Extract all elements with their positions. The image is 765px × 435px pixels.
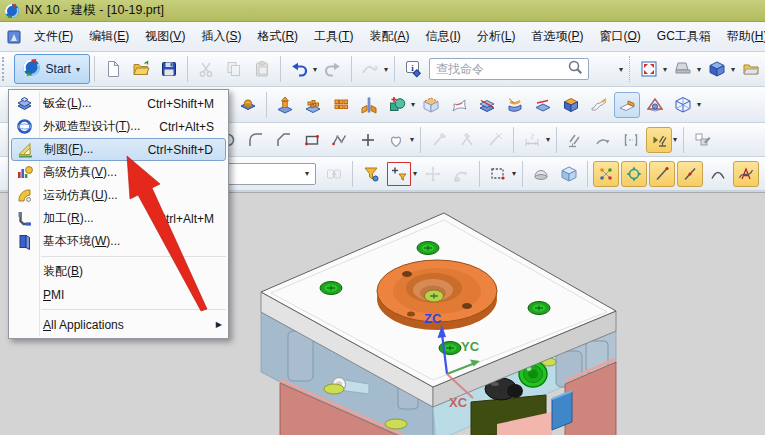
chevron-down-icon[interactable]: ▾ <box>410 135 414 144</box>
start-menu-shape-studio[interactable]: 外观造型设计(T)...Ctrl+Alt+S <box>9 115 228 138</box>
studio-spline-button[interactable] <box>383 127 409 153</box>
quick-trim-button[interactable] <box>426 127 452 153</box>
command-finder-button[interactable]: i <box>400 56 426 82</box>
edge-blend-button[interactable] <box>558 92 584 118</box>
render-style-button[interactable] <box>556 161 582 187</box>
menu-help[interactable]: 帮助(H) <box>719 25 765 48</box>
touch-gesture-button[interactable] <box>357 56 383 82</box>
fillet-button[interactable] <box>243 127 269 153</box>
menu-assemblies[interactable]: 装配(A) <box>361 25 417 48</box>
rapid-dimension-button[interactable] <box>519 127 545 153</box>
menu-preferences[interactable]: 首选项(P) <box>523 25 591 48</box>
start-menu-drafting[interactable]: 制图(F)...Ctrl+Shift+D <box>11 138 226 161</box>
copy-button[interactable] <box>221 56 247 82</box>
general-filter-button[interactable] <box>386 161 412 187</box>
snap-endpoint-button[interactable] <box>649 161 675 187</box>
menu-view[interactable]: 视图(V) <box>137 25 193 48</box>
cut-button[interactable] <box>193 56 219 82</box>
open-button[interactable] <box>128 56 154 82</box>
make-corner-button[interactable] <box>482 127 508 153</box>
snap-tangent-button[interactable] <box>705 161 731 187</box>
snap-spline-button[interactable] <box>733 161 759 187</box>
paste-button[interactable] <box>249 56 275 82</box>
chevron-down-icon[interactable]: ▾ <box>697 100 701 109</box>
chevron-down-icon[interactable]: ▾ <box>673 135 677 144</box>
display-mode-button[interactable] <box>670 56 696 82</box>
part-window-icon[interactable] <box>6 29 22 45</box>
menu-file[interactable]: 文件(F) <box>26 25 81 48</box>
bend-button[interactable] <box>586 92 612 118</box>
make-symmetric-button[interactable] <box>646 127 672 153</box>
snap-pattern-button[interactable] <box>593 161 619 187</box>
chevron-down-icon[interactable]: ▾ <box>731 65 735 74</box>
emphasize-shape-button[interactable] <box>642 92 668 118</box>
trim-body-button[interactable] <box>474 92 500 118</box>
chevron-down-icon[interactable]: ▾ <box>313 65 317 74</box>
shaded-style-button[interactable] <box>528 161 554 187</box>
snap-intersection-button[interactable] <box>761 161 765 187</box>
start-button[interactable]: Start ▾ <box>14 54 90 84</box>
rotate-tool-button[interactable] <box>448 161 474 187</box>
datum-csys-button[interactable] <box>235 92 261 118</box>
geometric-constraints-button[interactable] <box>562 127 588 153</box>
menu-window[interactable]: 窗口(O) <box>591 25 648 48</box>
sketch-update-button[interactable] <box>321 161 347 187</box>
menu-format[interactable]: 格式(R) <box>249 25 306 48</box>
snap-midpoint-button[interactable] <box>677 161 703 187</box>
search-options-button[interactable] <box>592 56 618 82</box>
start-menu-motion-simulation[interactable]: 运动仿真(U)... <box>9 184 228 207</box>
mirror-feature-button[interactable] <box>356 92 382 118</box>
menu-edit[interactable]: 编辑(E) <box>81 25 137 48</box>
chevron-down-icon[interactable]: ▾ <box>663 65 667 74</box>
profile-button[interactable] <box>327 127 353 153</box>
show-constraints-button[interactable] <box>618 127 644 153</box>
start-menu-gateway[interactable]: 基本环境(W)... <box>9 230 228 253</box>
snap-dynamic-button[interactable] <box>621 161 647 187</box>
show-wireframe-button[interactable] <box>670 92 696 118</box>
menu-gc-toolbox[interactable]: GC工具箱 <box>649 25 719 48</box>
offset-region-button[interactable] <box>530 92 556 118</box>
chevron-down-icon[interactable]: ▾ <box>413 169 417 178</box>
auto-constrain-button[interactable] <box>590 127 616 153</box>
replace-face-button[interactable] <box>502 92 528 118</box>
quick-extend-button[interactable] <box>454 127 480 153</box>
start-menu-sheet-metal[interactable]: 钣金(L)...Ctrl+Shift+M <box>9 92 228 115</box>
chevron-down-icon[interactable]: ▾ <box>619 65 623 74</box>
new-file-button[interactable] <box>100 56 126 82</box>
marquee-select-button[interactable] <box>485 161 511 187</box>
orient-view-button[interactable] <box>704 56 730 82</box>
chevron-down-icon[interactable]: ▾ <box>512 169 516 178</box>
start-menu-assemblies[interactable]: 装配(B) <box>9 260 228 283</box>
chamfer-button[interactable] <box>271 127 297 153</box>
fit-view-button[interactable] <box>636 56 662 82</box>
rectangle-button[interactable] <box>299 127 325 153</box>
start-menu-all-applications[interactable]: All Applications▶ <box>9 313 228 336</box>
chevron-down-icon[interactable]: ▾ <box>384 65 388 74</box>
toolbar-grip[interactable] <box>2 57 9 81</box>
save-button[interactable] <box>156 56 182 82</box>
pattern-feature-button[interactable] <box>300 92 326 118</box>
sheet-button[interactable] <box>446 92 472 118</box>
selection-filter-button[interactable] <box>358 161 384 187</box>
flange-button[interactable] <box>614 92 640 118</box>
redo-button[interactable] <box>320 56 346 82</box>
block-button[interactable] <box>418 92 444 118</box>
chevron-down-icon[interactable]: ▾ <box>546 135 550 144</box>
pattern-geometry-button[interactable] <box>328 92 354 118</box>
undo-button[interactable] <box>286 56 312 82</box>
command-search-box[interactable] <box>429 58 589 80</box>
defer-evaluation-button[interactable] <box>689 127 715 153</box>
menu-tools[interactable]: 工具(T) <box>306 25 361 48</box>
start-menu-advanced-simulation[interactable]: 高级仿真(V)... <box>9 161 228 184</box>
point-button[interactable] <box>355 127 381 153</box>
unite-boolean-button[interactable] <box>384 92 410 118</box>
start-menu-pmi[interactable]: PMI <box>9 283 228 306</box>
reuse-library-button[interactable] <box>738 56 764 82</box>
search-input[interactable] <box>434 61 566 77</box>
chevron-down-icon[interactable]: ▾ <box>697 65 701 74</box>
menu-analysis[interactable]: 分析(L) <box>469 25 524 48</box>
start-menu-manufacturing[interactable]: 加工(R)...Ctrl+Alt+M <box>9 207 228 230</box>
chevron-down-icon[interactable]: ▾ <box>411 100 415 109</box>
menu-information[interactable]: 信息(I) <box>417 25 468 48</box>
move-tool-button[interactable] <box>420 161 446 187</box>
